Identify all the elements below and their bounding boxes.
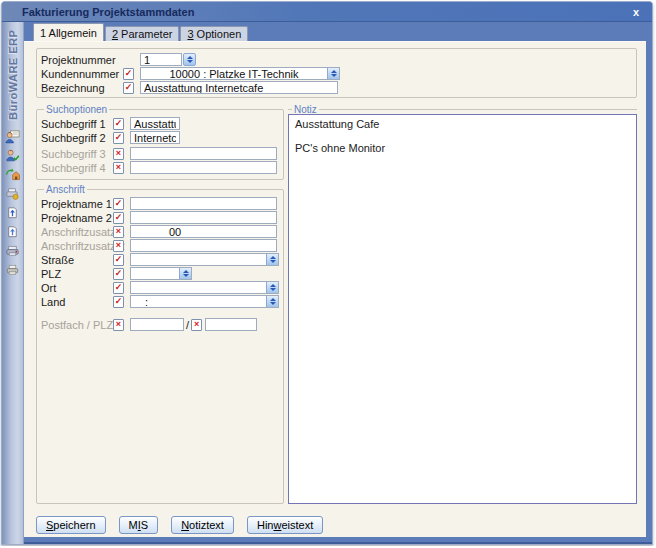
cross-icon[interactable]: ×: [113, 162, 124, 174]
field-row-anschriftzusatz1: Anschriftzusatz 1 ×: [41, 225, 279, 238]
land-label: Land: [41, 296, 113, 308]
notiz-legend: Notiz: [294, 104, 317, 115]
doc-import-icon[interactable]: [5, 223, 21, 239]
content-panel: Projektnummer Kundennummer ✓ 10000 : Pla…: [24, 41, 646, 537]
anschriftzusatz1-input[interactable]: [130, 225, 277, 238]
check-icon[interactable]: ✓: [113, 296, 124, 308]
strasse-combobox[interactable]: [130, 253, 279, 266]
cross-icon[interactable]: ×: [191, 319, 202, 331]
sidebar-toolbar: [5, 128, 21, 277]
notiz-textarea[interactable]: Ausstattung Cafe PC's ohne Monitor: [288, 114, 637, 504]
anschrift-legend: Anschrift: [44, 184, 87, 195]
anschriftzusatz2-input[interactable]: [130, 239, 277, 252]
field-row-bezeichnung: Bezeichnung ✓: [41, 81, 632, 94]
field-row-plz: PLZ ✓: [41, 267, 279, 280]
check-icon[interactable]: ✓: [113, 198, 124, 210]
kundennummer-label: Kundennummer: [41, 68, 123, 80]
check-icon[interactable]: ✓: [113, 118, 124, 130]
projektnummer-input[interactable]: [140, 53, 182, 66]
dropdown-button[interactable]: [179, 268, 191, 279]
strasse-value: [131, 254, 266, 265]
check-icon[interactable]: ✓: [113, 268, 124, 280]
notiz-group: Notiz Ausstattung Cafe PC's ohne Monitor: [288, 104, 637, 504]
field-row-anschriftzusatz2: Anschriftzusatz 2 ×: [41, 239, 279, 252]
check-icon[interactable]: ✓: [113, 254, 124, 266]
button-bar: Speichern MIS Notiztext Hinweistext: [36, 516, 637, 534]
ort-combobox[interactable]: [130, 281, 279, 294]
strasse-label: Straße: [41, 254, 113, 266]
check-icon[interactable]: ✓: [123, 82, 134, 94]
check-icon[interactable]: ✓: [113, 212, 124, 224]
cross-icon[interactable]: ×: [113, 240, 124, 252]
land-value: :: [131, 296, 266, 307]
check-icon[interactable]: ✓: [113, 132, 124, 144]
suchbegriff4-input[interactable]: [130, 161, 277, 174]
plz-label: PLZ: [41, 268, 113, 280]
anschrift-group: Anschrift Projektname 1 ✓ Projektname 2 …: [36, 184, 284, 504]
notiztext-button[interactable]: Notiztext: [171, 516, 234, 534]
kundennummer-combobox[interactable]: 10000 : Platzke IT-Technik: [140, 67, 340, 80]
bezeichnung-input[interactable]: [140, 81, 338, 94]
projektnummer-spinner[interactable]: [183, 53, 196, 66]
anschriftzusatz2-label: Anschriftzusatz 2: [41, 240, 113, 252]
suchoptionen-group: Suchoptionen Suchbegriff 1 ✓ Suchbegriff…: [36, 104, 284, 180]
projektnummer-label: Projektnummer: [41, 54, 123, 66]
tab-optionen[interactable]: 3 Optionen: [180, 26, 248, 41]
check-icon[interactable]: ✓: [113, 282, 124, 294]
cross-icon[interactable]: ×: [113, 148, 124, 160]
ort-label: Ort: [41, 282, 113, 294]
projektname2-input[interactable]: [130, 211, 277, 224]
doc-export-icon[interactable]: [5, 204, 21, 220]
cross-icon[interactable]: ×: [113, 319, 124, 331]
tab-parameter[interactable]: 2 Parameter: [105, 26, 180, 41]
projektname1-input[interactable]: [130, 197, 277, 210]
tab-bar: 1 Allgemein 2 Parameter 3 Optionen: [24, 22, 646, 41]
suchbegriff2-label: Suchbegriff 2: [41, 132, 113, 144]
suchbegriff3-input[interactable]: [130, 147, 277, 160]
land-combobox[interactable]: :: [130, 295, 279, 308]
user-check-icon[interactable]: [5, 147, 21, 163]
printer-cartridge-icon[interactable]: [5, 242, 21, 258]
anschriftzusatz1-label: Anschriftzusatz 1: [41, 226, 113, 238]
suchbegriff2-input[interactable]: [130, 131, 180, 144]
field-row-strasse: Straße ✓: [41, 253, 279, 266]
field-row-projektname2: Projektname 2 ✓: [41, 211, 279, 224]
check-icon[interactable]: ✓: [123, 68, 134, 80]
field-row-projektnummer: Projektnummer: [41, 53, 632, 66]
plz-value: [131, 268, 179, 279]
app-window: Fakturierung Projektstammdaten x BüroWAR…: [1, 1, 653, 545]
postfach-input[interactable]: [130, 318, 184, 331]
field-row-suchbegriff3: Suchbegriff 3 ×: [41, 147, 279, 160]
postfach-separator: /: [184, 319, 191, 331]
dropdown-button[interactable]: [327, 68, 339, 79]
mis-button[interactable]: MIS: [119, 516, 159, 534]
plz-combobox[interactable]: [130, 267, 192, 280]
field-row-land: Land ✓ :: [41, 295, 279, 308]
postfach-plz-input[interactable]: [205, 318, 257, 331]
home-sync-icon[interactable]: [5, 166, 21, 182]
window-title: Fakturierung Projektstammdaten: [22, 6, 194, 18]
hinweistext-button[interactable]: Hinweistext: [247, 516, 323, 534]
projektname1-label: Projektname 1: [41, 198, 113, 210]
field-row-postfach: Postfach / PLZ × / ×: [41, 318, 279, 331]
close-button[interactable]: x: [630, 6, 642, 18]
bezeichnung-label: Bezeichnung: [41, 82, 123, 94]
speichern-button[interactable]: Speichern: [36, 516, 106, 534]
field-row-suchbegriff2: Suchbegriff 2 ✓: [41, 131, 279, 144]
printer-icon[interactable]: [5, 261, 21, 277]
tab-allgemein[interactable]: 1 Allgemein: [33, 23, 104, 41]
dropdown-button[interactable]: [266, 296, 278, 307]
header-fieldset: Projektnummer Kundennummer ✓ 10000 : Pla…: [36, 48, 637, 98]
contact-card-icon[interactable]: [5, 128, 21, 144]
sidebar: BüroWARE ERP: [2, 22, 24, 545]
dropdown-button[interactable]: [266, 254, 278, 265]
suchbegriff1-input[interactable]: [130, 117, 180, 130]
field-row-kundennummer: Kundennummer ✓ 10000 : Platzke IT-Techni…: [41, 67, 632, 80]
cross-icon[interactable]: ×: [113, 226, 124, 238]
postfach-label: Postfach / PLZ: [41, 319, 113, 331]
suchbegriff1-label: Suchbegriff 1: [41, 118, 113, 130]
titlebar: Fakturierung Projektstammdaten x: [2, 2, 652, 22]
field-row-suchbegriff4: Suchbegriff 4 ×: [41, 161, 279, 174]
dropdown-button[interactable]: [266, 282, 278, 293]
print-gold-icon[interactable]: [5, 185, 21, 201]
